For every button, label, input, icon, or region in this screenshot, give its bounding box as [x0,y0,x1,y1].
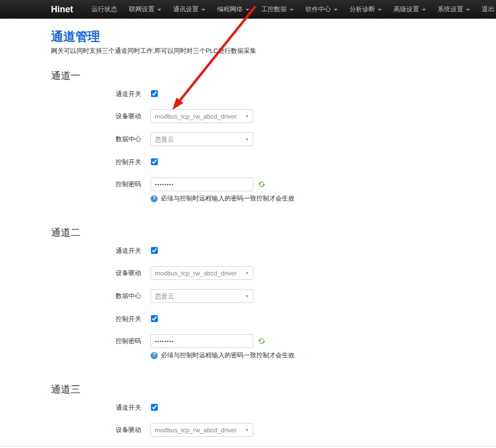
page-title: 通道管理 [51,29,496,44]
channel3-device-driver-select[interactable]: modbus_tcp_rw_abcd_driver [150,423,253,437]
nav-item-label: 编程网络 [217,5,243,14]
nav-item-label: 运行状态 [92,5,117,14]
channel2-control-password-input[interactable] [150,334,253,348]
channel3-switch-checkbox[interactable] [151,404,158,411]
channel-1-section: 通道一 通道开关 设备驱动 modbus_tcp_rw_abcd_driver … [51,69,496,202]
channel-2-heading: 通道二 [51,226,496,239]
channel-switch-label: 通道开关 [51,87,141,100]
password-help: ? 必须与控制时远程输入的密码一致控制才会生效 [150,195,295,202]
data-center-row: 数据中心 思普云 ▼ [51,132,496,146]
device-driver-label: 设备驱动 [51,423,141,437]
nav-item-system-settings[interactable]: 系统设置 [432,0,476,19]
caret-down-icon [378,9,382,11]
nav-item-analysis-diagnosis[interactable]: 分析诊断 [344,0,388,19]
channel-3-section: 通道三 通道开关 设备驱动 modbus_tcp_rw_abcd_driver … [51,383,496,437]
channel-1-heading: 通道一 [51,69,496,82]
device-driver-row: 设备驱动 modbus_tcp_rw_abcd_driver ▼ [51,109,496,123]
caret-down-icon [422,9,426,11]
channel1-switch-checkbox[interactable] [151,90,158,97]
content-area: 通道管理 网关可以同时支持三个通道同时工作,即可以同时对三个PLC进行数据采集 … [51,29,496,437]
password-help-text: 必须与控制时远程输入的密码一致控制才会生效 [161,195,295,202]
channel2-data-center-select[interactable]: 思普云 [150,289,253,303]
control-password-label: 控制密码 [51,334,141,359]
channel2-switch-checkbox[interactable] [151,247,158,254]
channel-switch-label: 通道开关 [51,401,141,414]
channel2-control-switch-checkbox[interactable] [151,315,158,322]
nav-item-label: 高级设置 [394,5,419,14]
bottom-divider [0,446,496,447]
password-help: ? 必须与控制时远程输入的密码一致控制才会生效 [150,351,295,359]
nav-item-advanced-settings[interactable]: 高级设置 [388,0,432,19]
control-switch-row: 控制开关 [51,155,496,168]
channel1-control-switch-checkbox[interactable] [151,158,158,165]
data-center-label: 数据中心 [51,132,141,146]
nav-item-network-settings[interactable]: 联网设置 [123,0,167,19]
caret-down-icon [157,9,161,11]
device-driver-select-wrap: modbus_tcp_rw_abcd_driver ▼ [150,423,253,437]
nav-item-label: 通讯设置 [173,5,198,14]
help-question-icon: ? [150,195,158,202]
data-center-row: 数据中心 思普云 ▼ [51,289,496,303]
nav-item-label: 退出 [482,5,495,14]
nav-item-running-status[interactable]: 运行状态 [86,0,123,19]
device-driver-select-wrap: modbus_tcp_rw_abcd_driver ▼ [150,109,253,123]
top-navbar: Hinet 运行状态 联网设置 通讯设置 编程网络 工控数据 软件中心 分析诊断… [0,0,496,19]
nav-menu: 运行状态 联网设置 通讯设置 编程网络 工控数据 软件中心 分析诊断 高级设置 … [86,0,496,18]
channel1-control-password-input[interactable] [150,177,253,191]
channel-2-section: 通道二 通道开关 设备驱动 modbus_tcp_rw_abcd_driver … [51,226,496,359]
channel2-device-driver-select[interactable]: modbus_tcp_rw_abcd_driver [150,266,253,280]
channel1-device-driver-select[interactable]: modbus_tcp_rw_abcd_driver [150,109,253,123]
caret-down-icon [201,9,205,11]
page-subtitle: 网关可以同时支持三个通道同时工作,即可以同时对三个PLC进行数据采集 [51,47,496,55]
nav-item-label: 联网设置 [129,5,154,14]
control-password-row: 控制密码 ? 必须与控制时远程输入的密码一致控制才会生效 [51,177,496,202]
nav-item-industrial-data[interactable]: 工控数据 [255,0,299,19]
caret-down-icon [290,9,294,11]
control-switch-label: 控制开关 [51,312,141,325]
channel-switch-row: 通道开关 [51,87,496,100]
control-password-row: 控制密码 ? 必须与控制时远程输入的密码一致控制才会生效 [51,334,496,359]
caret-down-icon [246,9,249,11]
data-center-label: 数据中心 [51,289,141,303]
nav-item-programming-network[interactable]: 编程网络 [211,0,255,19]
device-driver-row: 设备驱动 modbus_tcp_rw_abcd_driver ▼ [51,423,496,437]
refresh-icon[interactable] [258,180,266,188]
nav-item-label: 分析诊断 [349,5,375,14]
data-center-select-wrap: 思普云 ▼ [150,289,253,303]
device-driver-row: 设备驱动 modbus_tcp_rw_abcd_driver ▼ [51,266,496,280]
password-help-text: 必须与控制时远程输入的密码一致控制才会生效 [161,351,295,359]
caret-down-icon [334,9,338,11]
help-question-icon: ? [150,352,158,359]
device-driver-label: 设备驱动 [51,266,141,280]
nav-item-label: 工控数据 [261,5,287,14]
caret-down-icon [466,9,470,11]
nav-item-comm-settings[interactable]: 通讯设置 [167,0,211,19]
control-switch-label: 控制开关 [51,155,141,168]
nav-item-label: 软件中心 [305,5,331,14]
channel-switch-row: 通道开关 [51,401,496,414]
refresh-icon[interactable] [258,337,266,345]
nav-item-label: 系统设置 [438,5,463,14]
control-switch-row: 控制开关 [51,312,496,325]
nav-item-logout[interactable]: 退出 [476,0,496,19]
channel1-data-center-select[interactable]: 思普云 [150,132,253,146]
channel-switch-row: 通道开关 [51,244,496,257]
device-driver-label: 设备驱动 [51,109,141,123]
nav-item-software-center[interactable]: 软件中心 [299,0,344,19]
brand-logo[interactable]: Hinet [51,0,73,19]
data-center-select-wrap: 思普云 ▼ [150,132,253,146]
device-driver-select-wrap: modbus_tcp_rw_abcd_driver ▼ [150,266,253,280]
control-password-label: 控制密码 [51,177,141,202]
channel-switch-label: 通道开关 [51,244,141,257]
channel-3-heading: 通道三 [51,383,496,396]
